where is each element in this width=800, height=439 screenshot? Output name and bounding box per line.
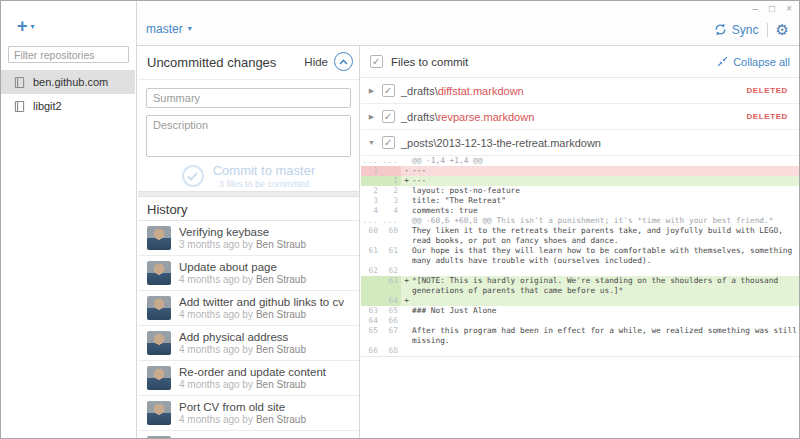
- diff-new-line-number: 3: [381, 196, 401, 206]
- diff-line: 60 60 They liken it to the retreats thei…: [361, 226, 800, 246]
- branch-name: master: [146, 22, 183, 36]
- diff-line: 62 62: [361, 266, 800, 276]
- hide-button[interactable]: Hide: [304, 52, 353, 71]
- commit-meta: 3 months ago byBen Straub: [179, 239, 306, 250]
- repository-item[interactable]: libgit2: [1, 94, 135, 118]
- maximize-button[interactable]: □: [769, 3, 775, 15]
- minimize-button[interactable]: –: [753, 3, 759, 15]
- commit-author: Ben Straub: [256, 309, 306, 320]
- repository-item[interactable]: ben.github.com: [1, 70, 135, 94]
- diff-line-text: [412, 266, 800, 276]
- window-controls: – □ ×: [753, 3, 792, 15]
- diff-line-prefix: +: [401, 176, 412, 186]
- file-checkbox[interactable]: ✓: [382, 110, 395, 123]
- file-row[interactable]: ▼ ✓ _posts\2013-12-13-the-retreat.markdo…: [361, 130, 800, 156]
- history-list: Verifying keybase 3 months ago byBen Str…: [138, 221, 359, 438]
- file-checkbox[interactable]: ✓: [382, 136, 395, 149]
- check-icon: ✓: [384, 136, 392, 149]
- diff-line-prefix: [401, 266, 412, 276]
- diff-new-line-number: [381, 166, 401, 176]
- collapse-all-button[interactable]: Collapse all: [717, 46, 790, 77]
- file-status-badge: DELETED: [746, 112, 788, 121]
- diff-line: 61 61 Our hope is that they will learn h…: [361, 246, 800, 266]
- history-commit-item[interactable]: Add physical address 4 months ago byBen …: [138, 326, 359, 361]
- diff-new-line-number: 65: [381, 306, 401, 316]
- filter-repositories-input[interactable]: [8, 46, 129, 63]
- branch-selector[interactable]: master ▾: [146, 22, 192, 36]
- history-commit-item[interactable]: Verifying keybase 3 months ago byBen Str…: [138, 221, 359, 256]
- commit-summary-input[interactable]: [146, 88, 351, 108]
- file-row[interactable]: ▶ ✓ _drafts\revparse.markdown DELETED: [361, 104, 800, 130]
- commit-meta: 4 months ago byBen Straub: [179, 379, 326, 390]
- diff-new-line-number: 60: [381, 226, 401, 246]
- expander-icon[interactable]: ▼: [367, 139, 376, 146]
- commit-author: Ben Straub: [256, 379, 306, 390]
- files-to-commit-title: Files to commit: [391, 56, 468, 68]
- diff-old-line-number: [361, 296, 381, 306]
- diff-new-line-number: 1: [381, 176, 401, 186]
- chevron-down-icon: ▾: [188, 25, 192, 33]
- sync-label: Sync: [732, 23, 759, 37]
- diff-old-line-number: 4: [361, 206, 381, 216]
- commit-description-input[interactable]: [146, 115, 351, 157]
- diff-line: 3 3 title: "The Retreat": [361, 196, 800, 206]
- diff-old-line-number: [361, 176, 381, 186]
- commit-author: Ben Straub: [256, 414, 306, 425]
- repository-list: ben.github.com libgit2: [1, 70, 135, 118]
- diff-line-text: ---: [412, 176, 800, 186]
- diff-old-line-number: 65: [361, 326, 381, 346]
- diff-old-line-number: 2: [361, 186, 381, 196]
- diff-old-line-number: [361, 276, 381, 296]
- plus-icon: +: [17, 17, 28, 35]
- close-button[interactable]: ×: [786, 3, 792, 15]
- diff-old-line-number: 60: [361, 226, 381, 246]
- expander-icon[interactable]: ▶: [367, 87, 376, 95]
- commit-meta: 4 months ago byBen Straub: [179, 344, 306, 355]
- file-row[interactable]: ▶ ✓ _drafts\diffstat.markdown DELETED: [361, 78, 800, 104]
- app-window: – □ × master ▾ Sync ⚙ + ▾: [0, 0, 800, 439]
- file-checkbox[interactable]: ✓: [382, 84, 395, 97]
- diff-line-text: [412, 316, 800, 326]
- history-commit-item[interactable]: Add headshot for public consumption 5 mo…: [138, 431, 359, 438]
- history-commit-item[interactable]: Update about page 4 months ago byBen Str…: [138, 256, 359, 291]
- file-name: _drafts\revparse.markdown: [401, 111, 534, 123]
- diff-line-text: *[NOTE: This is hardly original. We're s…: [412, 276, 800, 296]
- avatar: [147, 331, 171, 355]
- sync-button[interactable]: Sync: [714, 23, 759, 37]
- diff-line-prefix: +: [401, 276, 412, 296]
- check-icon: ✓: [384, 84, 392, 97]
- commit-title: Update about page: [179, 261, 306, 273]
- diff-line-text: title: "The Retreat": [412, 196, 800, 206]
- diff-new-line-number: 66: [381, 316, 401, 326]
- collapse-all-label: Collapse all: [733, 56, 790, 68]
- expander-icon[interactable]: ▶: [367, 113, 376, 121]
- add-repository-button[interactable]: + ▾: [17, 17, 35, 35]
- history-commit-item[interactable]: Re-order and update content 4 months ago…: [138, 361, 359, 396]
- uncommitted-changes-title: Uncommitted changes: [147, 55, 276, 70]
- check-icon: ✓: [372, 55, 380, 68]
- diff-line-text: After this program had been in effect fo…: [412, 326, 800, 346]
- sync-icon: [714, 23, 727, 36]
- diff-line: 64 66: [361, 316, 800, 326]
- diff-new-line-number: ...: [381, 216, 401, 226]
- diff-line-text: [412, 346, 800, 356]
- diff-new-line-number: 4: [381, 206, 401, 216]
- diff-new-line-number: 68: [381, 346, 401, 356]
- diff-line-prefix: [401, 196, 412, 206]
- uncommitted-changes-header: Uncommitted changes Hide: [138, 46, 359, 80]
- avatar: [147, 436, 171, 438]
- select-all-checkbox[interactable]: ✓: [370, 55, 383, 68]
- commit-button[interactable]: Commit to master 3 files to be committed: [146, 163, 351, 189]
- diff-line-text: They liken it to the retreats their pare…: [412, 226, 800, 246]
- history-commit-item[interactable]: Add twitter and github links to cv 4 mon…: [138, 291, 359, 326]
- history-commit-item[interactable]: Port CV from old site 4 months ago byBen…: [138, 396, 359, 431]
- commit-title: Verifying keybase: [179, 226, 306, 238]
- check-icon: ✓: [384, 110, 392, 123]
- collapse-icon: [717, 56, 728, 67]
- gear-icon[interactable]: ⚙: [776, 22, 789, 37]
- diff-new-line-number: 63: [381, 276, 401, 296]
- commit-title: Port CV from old site: [179, 401, 306, 413]
- files-panel: ✓ Files to commit Collapse all ▶ ✓ _draf…: [361, 46, 800, 438]
- diff-old-line-number: 1: [361, 166, 381, 176]
- repository-name: libgit2: [33, 100, 62, 112]
